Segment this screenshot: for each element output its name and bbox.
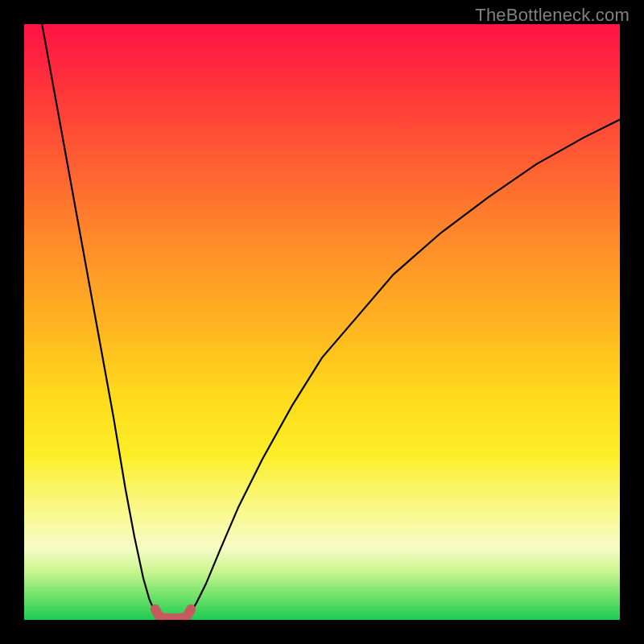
series-bottom-flat [155, 609, 191, 619]
series-left-branch [42, 24, 160, 617]
app-frame: TheBottleneck.com [0, 0, 644, 644]
watermark-text: TheBottleneck.com [475, 5, 630, 26]
chart-overlay [24, 24, 620, 620]
chart-series-group [42, 24, 620, 619]
chart-area [24, 24, 620, 620]
series-right-branch [186, 119, 620, 617]
